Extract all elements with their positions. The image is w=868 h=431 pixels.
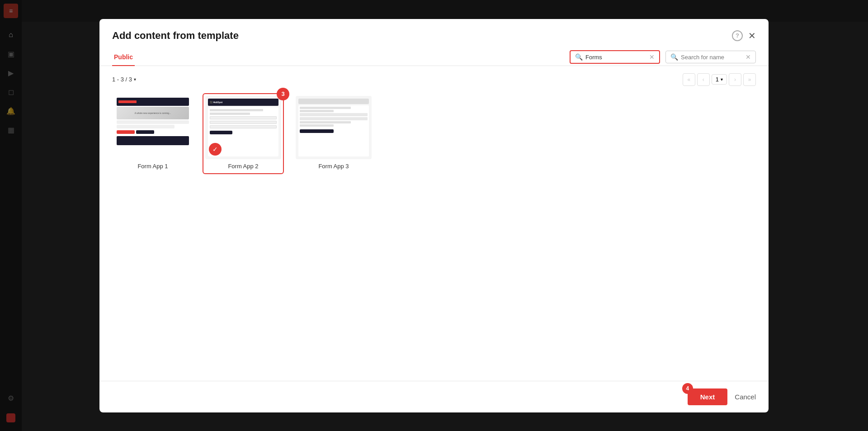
pagination: « ‹ 1 ▾ › » [683, 73, 756, 86]
template-thumb-form-app-1: A whole new experience is coming... [115, 96, 191, 159]
thumb-buttons [117, 130, 189, 134]
step-badge-4: 4 [682, 383, 693, 394]
thumb-form3-line-5 [300, 121, 351, 123]
thumb-form-app-3 [296, 96, 372, 159]
results-count: 1 - 3 / 3 ▾ [112, 76, 136, 83]
page-current: 1 [716, 76, 719, 83]
template-card-form-app-3[interactable]: Form App 3 [293, 93, 374, 174]
template-card-form-app-2[interactable]: 3 ⬛ HubSpot [203, 93, 284, 174]
count-chevron-icon: ▾ [134, 77, 136, 82]
toolbar-row: Public 🔍 ✕ 🔍 ✕ [99, 49, 769, 66]
modal-header: Add content from template ? ✕ [99, 19, 769, 49]
thumb-line-1 [210, 109, 263, 111]
thumb-header [117, 98, 189, 106]
thumb-input-2 [210, 121, 277, 124]
modal-footer: 4 Next Cancel [99, 381, 769, 412]
count-label: 1 - 3 / 3 [112, 76, 132, 83]
thumb-logo: ⬛ HubSpot [208, 99, 278, 106]
modal-content: 1 - 3 / 3 ▾ « ‹ 1 ▾ › » [99, 66, 769, 381]
thumb-form3-header [298, 99, 369, 104]
thumb-hero: A whole new experience is coming... [117, 107, 189, 119]
results-row: 1 - 3 / 3 ▾ « ‹ 1 ▾ › » [112, 73, 756, 86]
name-search-icon: 🔍 [670, 53, 678, 61]
name-search-input[interactable] [681, 54, 743, 61]
thumb-logo-text: ⬛ HubSpot [210, 101, 222, 104]
thumb-btn-2 [136, 130, 154, 134]
modal-overlay: Add content from template ? ✕ Public 🔍 ✕… [0, 0, 868, 431]
cancel-button[interactable]: Cancel [735, 393, 756, 401]
template-label-form-app-2: Form App 2 [205, 163, 281, 171]
thumb-form3-line-4 [300, 117, 368, 120]
count-dropdown[interactable]: 1 - 3 / 3 ▾ [112, 76, 136, 83]
page-chevron-icon: ▾ [721, 77, 723, 82]
template-thumb-form-app-3 [296, 96, 372, 159]
page-last-btn[interactable]: » [743, 73, 756, 86]
category-search-box[interactable]: 🔍 ✕ [570, 50, 660, 64]
thumb-form3-line-1 [300, 107, 351, 109]
name-search-box[interactable]: 🔍 ✕ [665, 51, 756, 63]
category-search-icon: 🔍 [575, 53, 583, 61]
thumb-input-1 [210, 116, 277, 119]
thumb-row-2 [117, 125, 175, 128]
template-label-form-app-3: Form App 3 [296, 163, 372, 171]
category-search-input[interactable] [585, 54, 646, 61]
name-search-clear[interactable]: ✕ [745, 54, 751, 60]
modal-title: Add content from template [112, 30, 239, 42]
category-search-clear[interactable]: ✕ [649, 54, 655, 60]
next-button[interactable]: Next [688, 388, 728, 405]
modal-header-actions: ? ✕ [732, 30, 756, 41]
close-icon[interactable]: ✕ [748, 31, 756, 40]
page-prev-btn[interactable]: ‹ [697, 73, 710, 86]
template-grid: A whole new experience is coming... Form… [112, 93, 756, 174]
page-num-dropdown[interactable]: 1 ▾ [712, 74, 727, 85]
next-btn-wrapper: 4 Next [688, 388, 728, 405]
selected-check-badge: ✓ [209, 143, 222, 156]
thumb-form3-section [298, 105, 369, 156]
thumb-form3-line-6 [300, 124, 334, 127]
thumb-footer [117, 136, 189, 145]
thumb-form3-btn [300, 129, 334, 133]
thumb-form3-line-3 [300, 113, 368, 116]
thumb-btn-1 [117, 130, 135, 134]
page-next-btn[interactable]: › [729, 73, 741, 86]
thumb-form-app-1: A whole new experience is coming... [115, 96, 191, 159]
modal-container: Add content from template ? ✕ Public 🔍 ✕… [99, 19, 769, 412]
step-badge-3: 3 [277, 88, 289, 100]
thumb-submit-btn [210, 131, 232, 134]
thumb-row-1 [117, 120, 189, 124]
thumb-input-3 [210, 125, 277, 128]
thumb-line-2 [210, 113, 250, 115]
template-label-form-app-1: Form App 1 [115, 163, 191, 171]
help-icon[interactable]: ? [732, 30, 743, 41]
template-thumb-form-app-2: ⬛ HubSpot ✓ [205, 96, 281, 159]
thumb-form3-line-2 [300, 110, 334, 112]
tab-public[interactable]: Public [112, 49, 135, 66]
page-first-btn[interactable]: « [683, 73, 695, 86]
template-card-form-app-1[interactable]: A whole new experience is coming... Form… [112, 93, 193, 174]
